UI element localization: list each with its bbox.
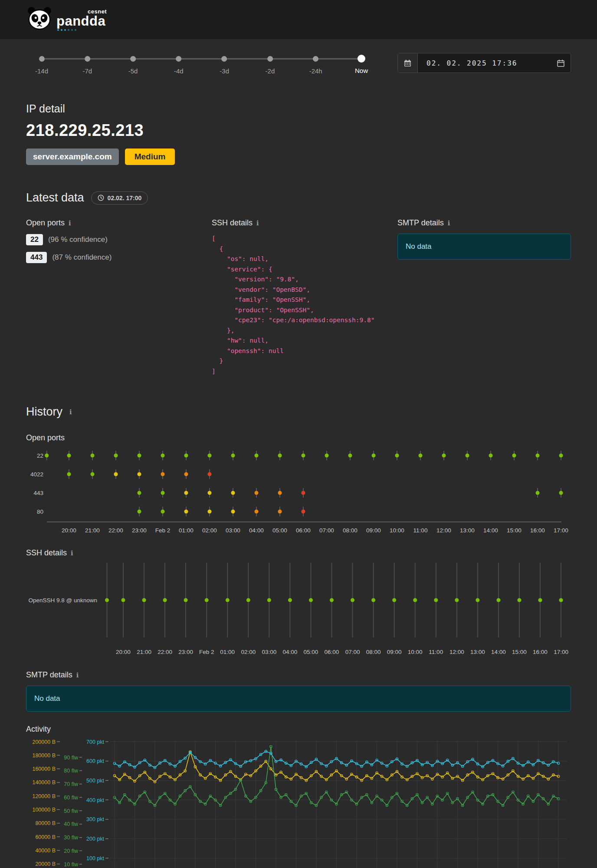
ssh-json-block: [ { "os": null, "service": { "version": … [212,234,397,376]
svg-text:04:00: 04:00 [283,649,298,655]
svg-text:09:00: 09:00 [387,649,402,655]
info-icon[interactable]: ℹ [76,671,79,679]
timeline-dot[interactable] [176,56,181,62]
timeline-dot[interactable] [130,56,136,62]
info-icon[interactable]: ℹ [71,549,73,557]
svg-text:10 flw: 10 flw [64,861,79,868]
svg-text:11:00: 11:00 [429,649,443,655]
svg-text:22:00: 22:00 [108,527,123,534]
timeline-stop-label: -24h [309,67,322,75]
svg-text:80: 80 [37,508,43,515]
history-title: History [26,405,62,419]
svg-text:04:00: 04:00 [249,527,264,534]
svg-text:10:00: 10:00 [408,649,423,655]
svg-text:600 pkt: 600 pkt [86,758,105,764]
svg-text:14:00: 14:00 [491,649,506,655]
svg-text:100 pkt: 100 pkt [86,855,105,861]
svg-text:12:00: 12:00 [436,527,451,534]
svg-text:30 flw: 30 flw [64,835,79,841]
timeline-stop-label: Now [355,67,368,74]
svg-text:50 flw: 50 flw [64,808,79,814]
ip-detail-section: IP detail 218.229.25.213 server.example.… [26,102,571,165]
svg-text:05:00: 05:00 [272,527,287,534]
calendar-icon[interactable] [398,53,418,73]
timeline-stop-label: -5d [128,67,138,75]
port-row: 22 (96 % confidence) [26,234,212,245]
timeline-stop-label: -3d [220,67,229,75]
timeline-stop[interactable]: -3d [220,53,229,75]
timeline-dot[interactable] [85,56,90,62]
svg-text:03:00: 03:00 [262,649,276,655]
port-confidence: (87 % confidence) [52,253,112,262]
info-icon[interactable]: ℹ [256,219,259,227]
svg-text:15:00: 15:00 [507,527,522,534]
svg-text:300 pkt: 300 pkt [86,816,105,822]
svg-text:Feb 2: Feb 2 [199,649,214,655]
clock-icon [98,195,104,201]
open-ports-label: Open ports [26,218,65,228]
svg-text:13:00: 13:00 [470,649,485,655]
svg-text:180000 B: 180000 B [32,752,56,759]
port-badge: 22 [26,234,43,245]
svg-text:02:00: 02:00 [202,527,217,534]
smtp-history-no-data-box: No data [26,686,571,712]
svg-text:22: 22 [37,452,43,459]
timeline-stop-label: -2d [266,67,275,75]
timeline-stop-now[interactable]: Now [355,53,368,74]
svg-text:21:00: 21:00 [85,527,100,534]
svg-text:4022: 4022 [30,471,43,478]
svg-text:10:00: 10:00 [390,527,404,534]
timeline-dot[interactable] [313,56,318,62]
svg-text:100000 B: 100000 B [32,807,56,813]
timeline-dot[interactable] [39,56,45,62]
ssh-history-label: SSH details [26,548,67,558]
timeline-stop[interactable]: -5d [128,53,138,75]
smtp-details-label: SMTP details [397,218,444,228]
latest-data-title: Latest data [26,191,84,205]
svg-text:20000 B: 20000 B [35,861,56,867]
brand-pandda: pandda [56,14,107,28]
latest-data-section: Latest data 02.02. 17:00 Open ports ℹ 22… [26,191,571,376]
calendar-icon[interactable] [551,59,571,67]
info-icon[interactable]: ℹ [69,408,72,416]
timeline-stop[interactable]: -24h [309,53,322,75]
timeline-dot[interactable] [267,56,273,62]
svg-text:09:00: 09:00 [366,527,381,534]
timeline-dot[interactable] [222,56,227,62]
timeline-stop[interactable]: -14d [35,53,48,75]
svg-text:11:00: 11:00 [413,527,428,534]
svg-text:17:00: 17:00 [554,527,568,534]
info-icon[interactable]: ℹ [69,219,71,227]
datetime-picker[interactable]: 02. 02. 2025 17:36 [397,53,571,73]
timeline-dot[interactable] [358,55,365,63]
svg-text:443: 443 [33,490,43,496]
datetime-value[interactable]: 02. 02. 2025 17:36 [418,59,551,67]
port-row: 443 (87 % confidence) [26,252,212,263]
svg-text:80000 B: 80000 B [35,820,56,826]
smtp-history-label: SMTP details [26,670,72,680]
svg-text:16:00: 16:00 [530,527,545,534]
svg-text:200000 B: 200000 B [32,739,56,745]
time-range-slider: -14d -7d -5d -4d -3d -2d -24h Now [42,53,361,84]
svg-text:01:00: 01:00 [220,649,235,655]
app-logo[interactable]: cesnet pandda [26,6,107,33]
info-icon[interactable]: ℹ [448,219,450,227]
timeline-stop-label: -14d [35,67,48,75]
svg-text:23:00: 23:00 [132,527,147,534]
port-badge: 443 [26,252,47,263]
svg-text:60000 B: 60000 B [35,834,56,840]
svg-text:40000 B: 40000 B [35,848,56,854]
svg-text:40 flw: 40 flw [64,821,79,827]
ssh-details-label: SSH details [212,218,253,228]
svg-text:01:00: 01:00 [179,527,194,534]
svg-text:20:00: 20:00 [116,649,131,655]
timeline-stop[interactable]: -4d [174,53,184,75]
svg-text:06:00: 06:00 [296,527,311,534]
timeline-stop[interactable]: -7d [82,53,92,75]
timeline-stop-label: -7d [82,67,92,75]
history-section: History ℹ Open ports 2240224438020:0021:… [26,405,571,868]
svg-text:700 pkt: 700 pkt [86,739,105,745]
timeline-stop[interactable]: -2d [266,53,275,75]
severity-badge: Medium [125,149,175,165]
activity-label: Activity [26,725,51,734]
